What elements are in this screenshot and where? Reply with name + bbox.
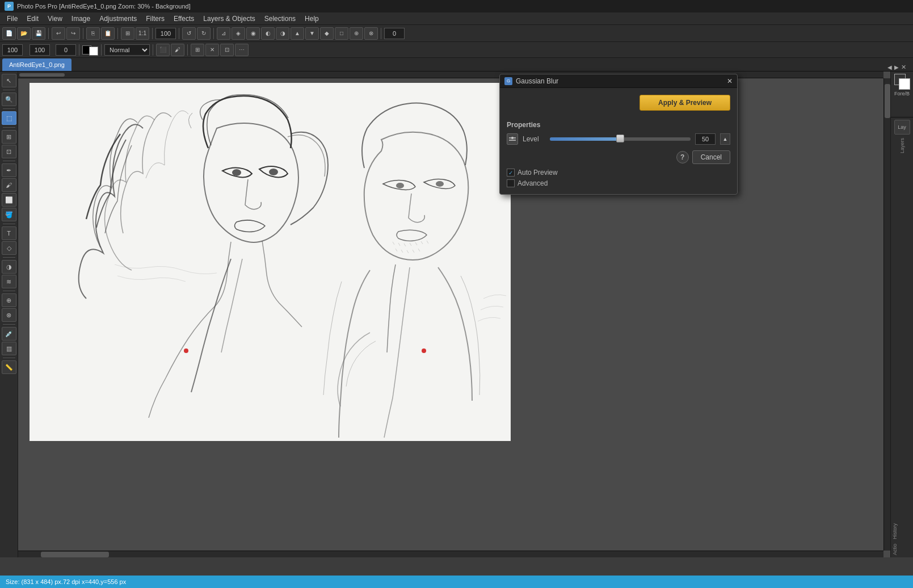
tab-arrow-right[interactable]: ▶ (894, 64, 899, 70)
text-tool[interactable]: T (2, 226, 16, 240)
paint-tool[interactable]: 🖌 (2, 178, 16, 192)
dialog-close-button[interactable]: ✕ (727, 78, 733, 85)
menu-filters[interactable]: Filters (141, 14, 169, 24)
tool6-button[interactable]: ▲ (291, 27, 304, 40)
brush-opt-button[interactable]: 🖌 (171, 44, 184, 56)
advanced-checkbox[interactable] (507, 179, 515, 187)
fill-tool[interactable]: 🪣 (2, 208, 16, 221)
move-tool[interactable]: ↖ (2, 74, 16, 87)
apply-preview-button[interactable]: Apply & Preview (639, 95, 730, 111)
separator-3 (117, 28, 118, 39)
menu-file[interactable]: File (2, 14, 22, 24)
zoom-tool[interactable]: 🔍 (2, 93, 16, 106)
gradient-tool[interactable]: ▥ (2, 342, 16, 355)
menu-effects[interactable]: Effects (169, 14, 199, 24)
tool8-button[interactable]: ◆ (320, 27, 334, 40)
new-button[interactable]: 📄 (2, 27, 16, 40)
h-scrollbar-top[interactable] (18, 72, 883, 78)
blend-mode-dropdown[interactable]: Normal Multiply Screen Overlay (104, 44, 150, 56)
save-button[interactable]: 💾 (32, 27, 45, 40)
transform-tool[interactable]: ⊡ (2, 145, 16, 158)
menu-view[interactable]: View (43, 14, 67, 24)
checkboxes-area: ✓ Auto Preview Advanced (507, 169, 730, 187)
swatch-container (894, 74, 910, 90)
selection-btn1[interactable]: ⊞ (191, 44, 204, 56)
tool11-button[interactable]: ⊗ (364, 27, 378, 40)
copy-button[interactable]: ⎘ (86, 27, 100, 40)
value-input[interactable] (384, 28, 405, 39)
tool1-button[interactable]: ⊿ (217, 27, 230, 40)
help-button[interactable]: ? (676, 151, 689, 163)
tool4-button[interactable]: ◐ (261, 27, 275, 40)
rotate-right-button[interactable]: ↻ (197, 27, 211, 40)
heal-tool[interactable]: ⊗ (2, 308, 16, 322)
background-color[interactable] (89, 47, 98, 56)
opacity-input[interactable] (2, 44, 23, 56)
v-scroll-thumb[interactable] (885, 84, 890, 118)
brush-preset-button[interactable]: ⬛ (156, 44, 170, 56)
layers-label: Layers (899, 136, 905, 156)
h-scroll-thumb-bottom[interactable] (41, 552, 109, 557)
background-swatch[interactable] (899, 78, 910, 90)
tool2-button[interactable]: ◈ (232, 27, 245, 40)
ruler-tool[interactable]: 📏 (2, 360, 16, 374)
v-scrollbar[interactable] (883, 78, 890, 551)
open-button[interactable]: 📂 (17, 27, 31, 40)
blur-tool[interactable]: ≋ (2, 275, 16, 288)
h-scroll-thumb[interactable] (19, 73, 65, 77)
tool7-button[interactable]: ▼ (305, 27, 319, 40)
pen-tool[interactable]: ✒ (2, 163, 16, 177)
menu-image[interactable]: Image (67, 14, 95, 24)
tool10-button[interactable]: ⊕ (350, 27, 363, 40)
undo-button[interactable]: ↩ (52, 27, 65, 40)
tool9-button[interactable]: □ (335, 27, 348, 40)
menu-help[interactable]: Help (300, 14, 323, 24)
canvas-container (30, 83, 511, 441)
zoom-fit-button[interactable]: ⊞ (121, 27, 134, 40)
level-slider-thumb[interactable] (616, 135, 624, 142)
cancel-button[interactable]: Cancel (692, 150, 730, 164)
paste-button[interactable]: 📋 (101, 27, 115, 40)
crop-tool[interactable]: ⊞ (2, 130, 16, 144)
tool5-button[interactable]: ◑ (276, 27, 289, 40)
menu-edit[interactable]: Edit (22, 14, 43, 24)
auto-preview-checkbox[interactable]: ✓ (507, 169, 515, 177)
history-area: History (891, 521, 913, 541)
shape-tool[interactable]: ◇ (2, 241, 16, 255)
sep-t2-1 (79, 44, 79, 56)
apply-button-area: Apply & Preview (507, 95, 730, 115)
tab-bar: AntiRedEye1_0.png ◀ ▶ ✕ (0, 58, 913, 72)
menu-adjustments[interactable]: Adjustments (95, 14, 141, 24)
color-picker-tool[interactable]: 💉 (2, 327, 16, 341)
redo-button[interactable]: ↪ (66, 27, 80, 40)
zoom-input[interactable] (155, 28, 176, 39)
selection-btn3[interactable]: ⊡ (220, 44, 234, 56)
selection-btn2[interactable]: ✕ (205, 44, 219, 56)
clone-tool[interactable]: ⊕ (2, 293, 16, 307)
svg-point-22 (511, 137, 514, 139)
selection-btn4[interactable]: ⋯ (235, 44, 249, 56)
menu-layers-objects[interactable]: Layers & Objects (199, 14, 259, 24)
toolbar-main: 📄 📂 💾 ↩ ↪ ⎘ 📋 ⊞ 1:1 ↺ ↻ ⊿ ◈ ◉ ◐ ◑ ▲ ▼ ◆ … (0, 25, 913, 42)
zoom-100-button[interactable]: 1:1 (136, 27, 149, 40)
canvas-image (30, 83, 511, 441)
eraser-tool[interactable]: ⬜ (2, 193, 16, 207)
value2-input[interactable] (56, 44, 76, 56)
layers-btn[interactable]: Lay (894, 120, 910, 135)
advanced-row: Advanced (507, 179, 730, 187)
size-input[interactable] (30, 44, 50, 56)
title-bar: P Photo Pos Pro [AntiRedEye1_0.png Zoom:… (0, 0, 913, 12)
level-up-button[interactable]: ▲ (720, 133, 730, 145)
tab-antiredeye[interactable]: AntiRedEye1_0.png (2, 58, 71, 71)
tool3-button[interactable]: ◉ (246, 27, 260, 40)
fore-back-label: Fore/B (894, 91, 910, 96)
selection-tool[interactable]: ⬚ (2, 111, 16, 125)
h-scrollbar-bottom[interactable] (18, 551, 883, 557)
dodge-tool[interactable]: ◑ (2, 260, 16, 274)
separator-7 (381, 28, 381, 39)
menu-selections[interactable]: Selections (260, 14, 300, 24)
tab-close[interactable]: ✕ (901, 64, 906, 71)
rotate-left-button[interactable]: ↺ (182, 27, 196, 40)
level-slider[interactable] (550, 137, 691, 141)
tab-arrow-left[interactable]: ◀ (887, 64, 892, 70)
